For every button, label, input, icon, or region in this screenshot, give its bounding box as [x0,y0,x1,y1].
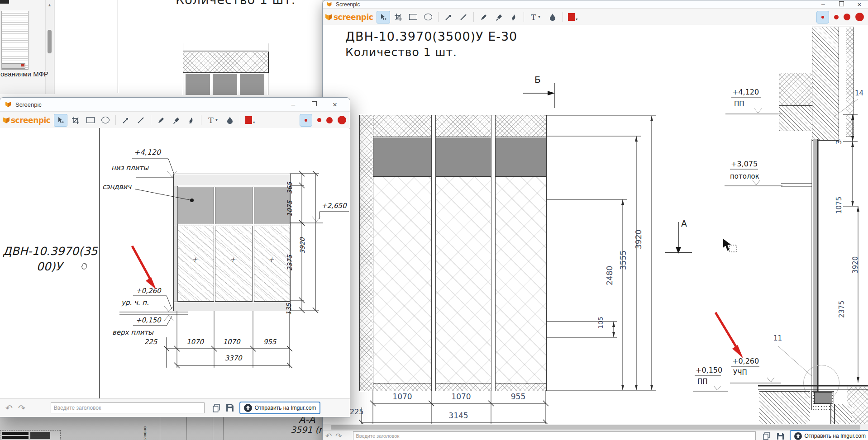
dim-label-vertical: 105 [597,317,604,329]
background-page-title: Количество 1 шт. [176,0,296,7]
maximize-icon [839,1,844,6]
redo-button[interactable]: ↷ [335,432,342,440]
crop-tool[interactable] [391,11,405,24]
lintel-slab [779,105,812,131]
window-fragment [0,0,9,4]
arrow-tool[interactable] [119,114,133,127]
size-xs-button[interactable] [816,11,829,24]
ellipse-tool[interactable] [421,11,435,24]
save-button[interactable] [777,432,784,440]
elev-value: +0,260 [732,357,759,365]
scrollbar-thumb[interactable] [48,30,52,53]
maximize-button[interactable] [832,1,850,8]
dim-label-vertical: 3920 [299,237,306,254]
copy-button[interactable] [763,432,770,440]
color-swatch-tool[interactable]: ▼ [243,114,257,127]
page-thumbnail[interactable] [1,11,29,70]
redo-button[interactable]: ↷ [18,404,25,412]
scroll-up-icon[interactable]: ▲ [46,3,53,7]
size-xs-button[interactable] [300,114,312,127]
imgur-icon [244,404,252,412]
titlebar[interactable]: Screenpic – × [0,98,350,111]
dim-label-vertical: 365 [286,182,293,194]
select-move-tool[interactable] [377,11,390,24]
toolbar-separator [240,115,240,125]
undo-button[interactable]: ↶ [325,432,332,440]
ellipse-tool[interactable] [99,114,112,127]
glazing [373,177,546,383]
marker-tool[interactable] [507,11,520,24]
horizontal-scrollbar[interactable] [323,424,868,431]
bg-drawing-edge [183,43,183,95]
thumbnail-scrollbar[interactable]: ▲ [45,0,53,94]
top-hatch-band [373,115,546,137]
section-marker-a: А [681,218,687,228]
undo-button[interactable]: ↶ [5,404,13,412]
size-m-button[interactable] [326,117,333,123]
highlighter-tool[interactable] [169,114,183,127]
title-input[interactable] [353,431,756,440]
brand-text: screenpic [334,13,373,22]
size-l-button[interactable] [855,13,864,21]
close-button[interactable]: × [324,101,345,109]
pencil-tool[interactable] [477,11,491,24]
window-footer: ↶ ↷ Отправить на Imgur.com [323,430,868,440]
dim-label-vertical: 2480 [605,266,614,285]
close-button[interactable]: × [850,1,868,8]
text-tool[interactable]: T ▼ [205,114,222,127]
titlebar[interactable]: Screenpic – × [323,0,868,8]
chevron-down-icon: ▼ [575,18,578,21]
select-move-tool[interactable] [54,114,67,127]
screenpic-logo-icon [5,101,12,108]
screenpic-logo-icon [326,1,332,7]
line-tool[interactable] [457,11,470,24]
upload-imgur-button[interactable]: Отправить на Imgur.com [239,402,321,414]
chevron-down-icon: ▼ [253,121,256,124]
scrollbar-thumb[interactable] [331,425,860,430]
maximize-button[interactable] [304,101,324,109]
rectangle-tool[interactable] [84,114,97,127]
size-s-button[interactable] [317,118,321,122]
sandwich-panel [215,187,253,224]
glazing-pane [215,226,253,302]
marker-tool[interactable] [184,114,198,127]
thumbnail-caption: ованиями МФР [0,70,48,78]
rectangle-tool[interactable] [406,11,420,24]
callout-label: 11 [773,334,782,342]
size-l-button[interactable] [338,116,346,124]
line-tool[interactable] [134,114,148,127]
title-input[interactable] [51,402,205,413]
sandwich-panel [373,137,546,177]
blur-tool[interactable] [546,11,559,24]
size-m-button[interactable] [844,14,850,20]
save-button[interactable] [226,404,234,412]
highlighter-tool[interactable] [492,11,506,24]
minimize-button[interactable]: – [814,1,832,8]
minimize-button[interactable]: – [283,101,304,109]
text-tool[interactable]: T ▼ [527,11,544,24]
arrow-tool[interactable] [442,11,455,24]
dim-label: 1070 [177,338,213,346]
color-swatch-tool[interactable]: ▼ [566,11,580,24]
sandwich-panel [177,187,214,224]
dim-label: 1070 [432,392,491,401]
dim-label-vertical: 3920 [634,230,643,249]
pane-center-mark: + [230,255,236,264]
crop-tool[interactable] [69,114,82,127]
elev-label: УЧП [733,369,747,377]
sill-band [174,302,290,311]
product-label: ДВН-10.3970(35 [3,245,96,258]
dim-label-vertical: 1075 [286,200,293,217]
blur-tool[interactable] [223,114,237,127]
elev-label: ПП [734,100,744,108]
elev-value: +2,650 [321,202,347,210]
red-arrow-annotation [132,246,156,289]
copy-button[interactable] [213,404,220,412]
toolbar-separator [473,12,474,22]
upload-imgur-button[interactable]: Отправить на Imgur.com [790,430,868,440]
size-s-button[interactable] [834,15,839,19]
annotation-canvas[interactable]: ДВН-10.3970(3500)У Е-30 Количество 1 шт.… [323,25,868,424]
pencil-tool[interactable] [154,114,168,127]
annotation-canvas[interactable]: ДВН-10.3970(35 00)У +4,120 низ плиты сэн… [0,128,349,398]
elevation-body [373,115,547,391]
